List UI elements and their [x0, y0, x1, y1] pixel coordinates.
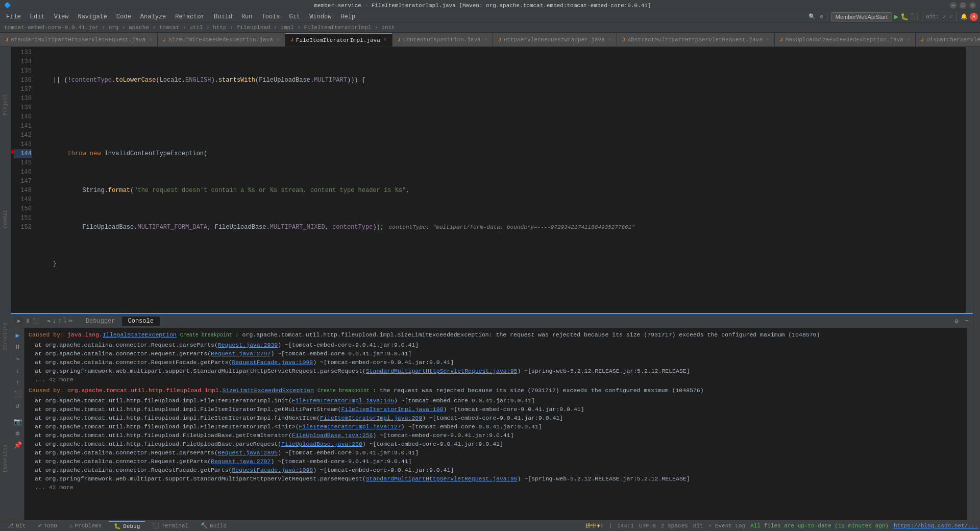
tab-problems[interactable]: ⚠ Problems — [64, 521, 107, 530]
encoding-indicator[interactable]: UTF-8 — [639, 523, 656, 529]
tab-debug[interactable]: 🐛 Debug — [109, 521, 145, 530]
tab-close-MaxUploadSizeExceededException[interactable]: × — [907, 37, 910, 43]
debug-stop-button[interactable]: ⬛ — [33, 318, 40, 324]
step-out-icon[interactable]: ↑ — [13, 377, 23, 388]
stop-button[interactable]: ⬛ — [911, 13, 918, 20]
pin-icon[interactable]: 📌 — [13, 440, 23, 450]
resume-icon[interactable]: ▶ — [13, 330, 23, 341]
java-icon: J — [780, 37, 783, 43]
minimize-button[interactable]: — — [950, 2, 957, 9]
tab-SizeLimitExceededException[interactable]: J SizeLimitExceededException.java × — [158, 33, 285, 46]
tab-StandardMultipartHttpServletRequest[interactable]: J StandardMultipartHttpServletRequest.ja… — [0, 33, 158, 46]
code-container[interactable]: 133 134 135 136 137 138 139 140 141 142 … — [11, 47, 973, 313]
tab-MaxUploadSizeExceededException[interactable]: J MaxUploadSizeExceededException.java × — [775, 33, 916, 46]
menu-view[interactable]: View — [50, 12, 73, 21]
tab-close-SizeLimitExceededException[interactable]: × — [277, 37, 280, 43]
maximize-button[interactable]: □ — [960, 2, 966, 9]
build-icon: 🔨 — [201, 522, 208, 529]
tab-debugger[interactable]: Debugger — [80, 317, 121, 326]
stop-icon[interactable]: ⬛ — [13, 389, 23, 399]
stack-more-2: ... 42 more — [29, 483, 963, 492]
menu-refactor[interactable]: Refactor — [171, 12, 209, 21]
structure-panel-label[interactable]: Structure — [1, 319, 10, 354]
tab-close-AbstractMultipartHttpServletRequest[interactable]: × — [766, 37, 769, 43]
code-editor[interactable]: || (!contentType.toLowerCase(Locale.ENGL… — [34, 47, 966, 313]
tab-close-HttpServletRequestWrapper[interactable]: × — [608, 37, 611, 43]
stack-frame-1-2: at org.apache.catalina.connector.Request… — [29, 349, 963, 358]
tab-DispatcherServlet[interactable]: J DispatcherServlet × — [916, 33, 980, 46]
settings-icon[interactable]: ⚙ — [954, 317, 959, 325]
java-icon: J — [398, 37, 401, 43]
menu-git[interactable]: Git — [285, 12, 305, 21]
java-icon: J — [5, 37, 8, 43]
debug-console-content[interactable]: Caused by: java.lang.IllegalStateExcepti… — [24, 328, 967, 520]
menu-help[interactable]: Help — [336, 12, 359, 21]
menu-run[interactable]: Run — [237, 12, 257, 21]
step-into-button[interactable]: ↓ — [52, 317, 56, 325]
run-config-selector[interactable]: MemberWebApiStart — [831, 12, 892, 21]
pause-icon[interactable]: ⏸ — [13, 342, 23, 352]
minimize-panel-button[interactable]: − — [965, 317, 969, 325]
step-into-icon[interactable]: ↓ — [13, 366, 23, 376]
settings2-icon[interactable]: ⚙ — [13, 428, 23, 439]
tab-git[interactable]: ⎇ Git — [2, 521, 31, 530]
line-col-indicator[interactable]: 144:1 — [617, 523, 634, 529]
scroll-gutter[interactable] — [966, 47, 973, 313]
notifications-icon[interactable]: 🔔 — [961, 13, 968, 20]
app-icon: 🔷 — [4, 2, 11, 9]
menu-analyze[interactable]: Analyze — [136, 12, 170, 21]
step-over-icon[interactable]: ↷ — [13, 354, 23, 364]
tab-todo[interactable]: ✔ TODO — [33, 521, 62, 530]
stack-frame-2-1: at org.apache.tomcat.util.http.fileuploa… — [29, 396, 963, 405]
csdn-link[interactable]: https://blog.csdn.net/... — [894, 523, 978, 529]
step-out-button[interactable]: ↑ — [58, 317, 62, 325]
java-icon: J — [921, 37, 924, 43]
tab-AbstractMultipartHttpServletRequest[interactable]: J AbstractMultipartHttpServletRequest.ja… — [617, 33, 775, 46]
settings-icon[interactable]: ⚙ — [820, 13, 823, 20]
debug-run-button[interactable]: 🐛 — [900, 13, 909, 21]
user-avatar[interactable]: A — [970, 13, 978, 21]
debug-resume-button[interactable]: ▶ — [15, 317, 23, 325]
camera-icon[interactable]: 📷 — [13, 417, 23, 427]
tab-terminal[interactable]: ⬛ Terminal — [147, 521, 193, 530]
breadcrumb-bar: tomcat-embed-core-9.0.41.jar › org › apa… — [0, 22, 980, 33]
project-panel-label[interactable]: Project — [1, 90, 10, 119]
commit-panel-label[interactable]: Commit — [1, 206, 10, 232]
tab-FileItemIteratorImpl[interactable]: J FileItemIteratorImpl.java × — [285, 33, 393, 46]
tab-close-ContentDisposition[interactable]: × — [484, 37, 487, 43]
menu-code[interactable]: Code — [112, 12, 135, 21]
git-icon: ⎇ — [7, 522, 14, 529]
tab-build[interactable]: 🔨 Build — [195, 521, 232, 530]
git-branch-indicator[interactable]: Git — [693, 523, 703, 529]
rerun-icon[interactable]: ↺ — [13, 401, 23, 411]
tab-close-FileItemIteratorImpl[interactable]: × — [384, 37, 387, 43]
evaluate-button[interactable]: ⌨ — [68, 317, 72, 325]
menu-window[interactable]: Window — [305, 12, 335, 21]
indent-indicator[interactable]: 2 spaces — [661, 523, 688, 529]
run-button[interactable]: ▶ — [894, 12, 898, 21]
close-button[interactable]: ✕ — [969, 2, 976, 9]
event-log-indicator[interactable]: ⚡ Event Log — [708, 522, 746, 529]
menu-file[interactable]: File — [2, 12, 25, 21]
tab-HttpServletRequestWrapper[interactable]: J HttpServletRequestWrapper.java × — [493, 33, 617, 46]
menu-build[interactable]: Build — [210, 12, 236, 21]
stack-frame-1-3: at org.apache.catalina.connector.Request… — [29, 358, 963, 367]
debug-toolbar: ▶ ⏸ ⬛ ↷ ↓ ↑ ⤵ ⌨ Debugger Console ⚙ − — [11, 314, 973, 328]
menu-edit[interactable]: Edit — [26, 12, 49, 21]
debug-pause-button[interactable]: ⏸ — [25, 318, 31, 324]
tab-close-StandardMultipartHttpServletRequest[interactable]: × — [149, 37, 152, 43]
exception-1-header: Caused by: java.lang.IllegalStateExcepti… — [29, 330, 963, 340]
menu-tools[interactable]: Tools — [258, 12, 284, 21]
code-line-138: } — [38, 259, 962, 269]
stack-frame-2-10: at org.springframework.web.multipart.sup… — [29, 474, 963, 483]
tab-console[interactable]: Console — [122, 317, 160, 326]
tab-ContentDisposition[interactable]: J ContentDisposition.java × — [393, 33, 493, 46]
step-over-button[interactable]: ↷ — [47, 317, 51, 325]
search-everywhere-icon[interactable]: 🔍 — [808, 13, 816, 20]
run-to-cursor-button[interactable]: ⤵ — [63, 317, 67, 325]
menu-navigate[interactable]: Navigate — [74, 12, 111, 21]
stack-frame-2-7: at org.apache.catalina.connector.Request… — [29, 448, 963, 457]
favorites-panel-label[interactable]: Favorites — [1, 441, 10, 476]
code-line-139 — [38, 296, 962, 305]
stack-frame-2-2: at org.apache.tomcat.util.http.fileuploa… — [29, 405, 963, 414]
